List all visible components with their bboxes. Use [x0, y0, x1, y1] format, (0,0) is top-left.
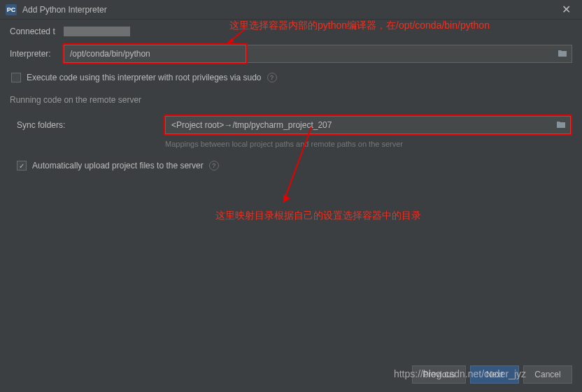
sudo-label: Execute code using this interpreter with…	[27, 73, 262, 82]
sync-folders-value: <Project root>→/tmp/pycharm_project_207	[171, 120, 556, 130]
auto-upload-row: Automatically upload project files to th…	[17, 161, 572, 170]
interpreter-label: Interpreter:	[10, 49, 55, 59]
folder-icon[interactable]	[556, 120, 566, 131]
interpreter-row: Interpreter: /opt/conda/bin/python	[10, 43, 572, 64]
app-icon: PC	[6, 4, 17, 15]
interpreter-value: /opt/conda/bin/python	[70, 49, 241, 59]
interpreter-highlight: /opt/conda/bin/python	[62, 43, 248, 64]
help-icon[interactable]: ?	[209, 161, 219, 170]
next-button[interactable]: Next	[470, 365, 519, 384]
previous-button[interactable]: Previous	[412, 365, 466, 384]
redacted-host	[64, 27, 130, 36]
auto-upload-checkbox[interactable]	[17, 161, 27, 170]
sync-folders-input[interactable]: <Project root>→/tmp/pycharm_project_207	[165, 116, 571, 134]
titlebar: PC Add Python Interpreter ✕	[0, 0, 582, 20]
interpreter-input[interactable]: /opt/conda/bin/python	[64, 45, 246, 63]
annotation-bottom: 这里映射目录根据自己的设置选择容器中的目录	[215, 210, 421, 222]
sync-highlight: <Project root>→/tmp/pycharm_project_207	[164, 115, 572, 136]
sync-hint: Mappings between local project paths and…	[165, 140, 572, 148]
window-title: Add Python Interpreter	[22, 5, 556, 15]
interpreter-input-extension[interactable]	[248, 45, 572, 63]
remote-section-title: Running code on the remote server	[10, 95, 572, 105]
folder-icon[interactable]	[558, 49, 567, 59]
help-icon[interactable]: ?	[267, 73, 277, 82]
cancel-button[interactable]: Cancel	[523, 365, 572, 384]
dialog-footer: Previous Next Cancel	[412, 365, 572, 384]
close-icon[interactable]: ✕	[556, 3, 576, 16]
connected-row: Connected t	[10, 27, 572, 36]
dialog-content: Connected t Interpreter: /opt/conda/bin/…	[0, 20, 582, 190]
sync-folders-label: Sync folders:	[17, 120, 157, 130]
sync-folders-row: Sync folders: <Project root>→/tmp/pychar…	[17, 115, 572, 136]
svg-marker-3	[283, 194, 290, 203]
auto-upload-label: Automatically upload project files to th…	[32, 161, 204, 170]
sudo-row: Execute code using this interpreter with…	[11, 73, 572, 82]
connected-label: Connected t	[10, 27, 55, 36]
sudo-checkbox[interactable]	[11, 73, 21, 82]
